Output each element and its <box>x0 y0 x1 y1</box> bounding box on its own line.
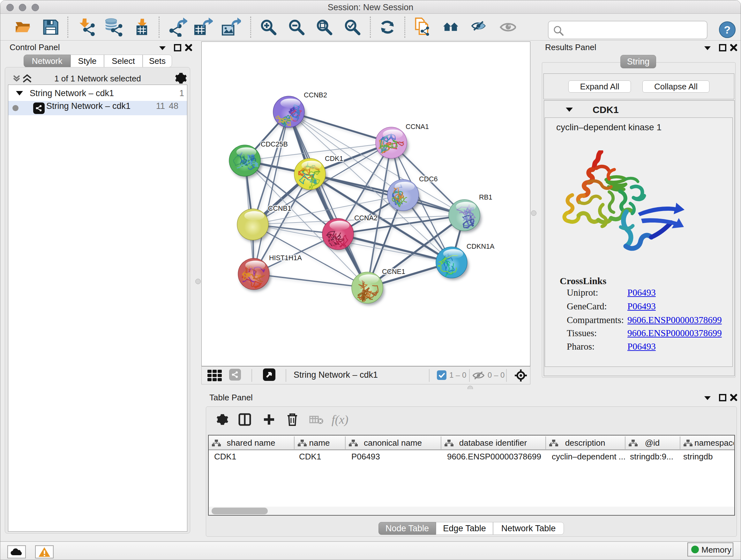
svg-text:CDK1: CDK1 <box>325 155 343 163</box>
svg-text:CCNA1: CCNA1 <box>406 123 429 131</box>
svg-text:CCNE1: CCNE1 <box>382 268 405 275</box>
svg-text:CCNB1: CCNB1 <box>268 205 291 212</box>
svg-text:CDC25B: CDC25B <box>261 140 288 148</box>
svg-text:?: ? <box>724 23 731 36</box>
svg-text:CCNB2: CCNB2 <box>304 91 327 99</box>
svg-text:RB1: RB1 <box>479 193 492 201</box>
svg-text:CDKN1A: CDKN1A <box>467 243 495 250</box>
svg-text:HIST1H1A: HIST1H1A <box>269 254 302 262</box>
svg-text:CDC6: CDC6 <box>419 175 438 183</box>
svg-text:CCNA2: CCNA2 <box>354 214 378 222</box>
